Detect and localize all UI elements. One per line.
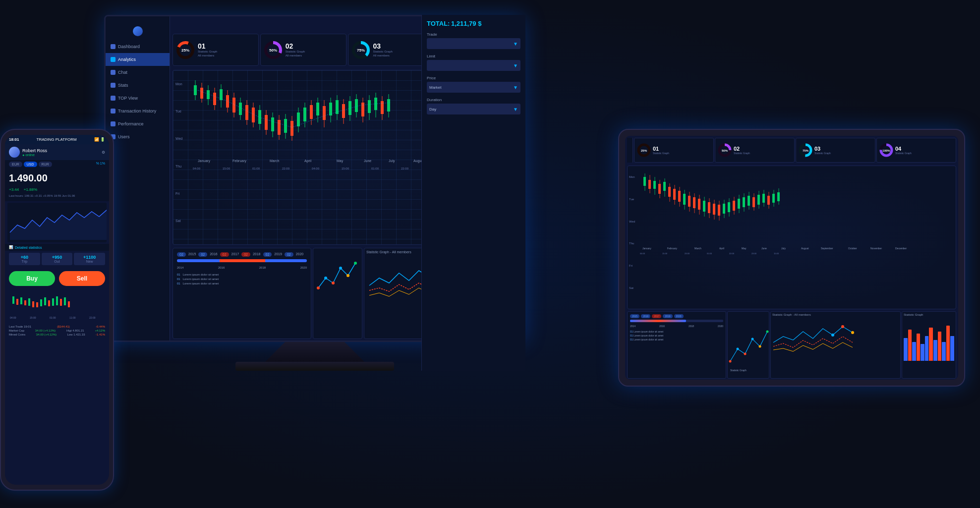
tab-usd[interactable]: USD bbox=[24, 162, 37, 167]
sidebar-item-stats[interactable]: Stats bbox=[106, 79, 170, 92]
svg-text:01:00: 01:00 bbox=[371, 167, 379, 170]
svg-rect-111 bbox=[28, 298, 30, 306]
stat-val-new: +1100 bbox=[76, 255, 103, 260]
sidebar-item-history[interactable]: Transaction History bbox=[106, 105, 170, 117]
phone-avatar bbox=[9, 147, 20, 158]
sidebar-label-history: Transaction History bbox=[118, 109, 156, 113]
day-label-tue: Tue bbox=[175, 110, 182, 113]
svg-text:15:00: 15:00 bbox=[662, 252, 668, 255]
phone-user-info: Robert Ross ● online ⚙ bbox=[5, 144, 109, 160]
line-chart-svg bbox=[313, 248, 362, 339]
stat-val-out: +950 bbox=[44, 255, 71, 260]
stat-info-2: 02 Statistic GraphAll members bbox=[286, 42, 344, 58]
scene: Dashboard Analytics Chat Stats bbox=[0, 0, 980, 508]
svg-rect-149 bbox=[653, 181, 656, 189]
svg-rect-185 bbox=[743, 197, 745, 207]
svg-rect-113 bbox=[36, 302, 38, 307]
tablet-donut-2: 50% bbox=[717, 143, 732, 158]
svg-rect-175 bbox=[718, 205, 720, 216]
monitor-stand bbox=[265, 342, 364, 362]
svg-rect-120 bbox=[64, 297, 66, 305]
svg-text:January: January bbox=[642, 247, 651, 250]
dropdown-arrow-duration: ▼ bbox=[513, 107, 518, 112]
tablet-stat-num-3: 03 bbox=[814, 146, 831, 152]
tablet-bar-8 bbox=[933, 340, 937, 361]
svg-text:100%: 100% bbox=[882, 149, 890, 152]
sidebar-item-analytics[interactable]: Analytics bbox=[106, 53, 170, 66]
dropdown-arrow-limit: ▼ bbox=[513, 63, 518, 68]
tablet-bottom-panels: 2015 2016 2017 2019 2020 2014 bbox=[625, 310, 958, 380]
trade-field-trade: Trade ▼ bbox=[427, 32, 520, 49]
svg-text:September: September bbox=[821, 247, 833, 250]
trade-label-trade: Trade bbox=[427, 32, 520, 37]
tab-rur[interactable]: RUR bbox=[39, 162, 52, 167]
svg-text:22:00: 22:00 bbox=[729, 252, 735, 255]
tablet-stat-label-1: Statistic Graph bbox=[653, 152, 669, 155]
svg-rect-108 bbox=[16, 299, 18, 305]
trade-select-price[interactable]: Market▼ bbox=[427, 82, 520, 93]
svg-point-100 bbox=[354, 262, 357, 265]
buy-button[interactable]: Buy bbox=[9, 271, 55, 286]
sidebar-item-performance[interactable]: Performance bbox=[106, 117, 170, 130]
svg-text:July: July bbox=[389, 159, 395, 163]
svg-text:75%: 75% bbox=[356, 48, 364, 53]
svg-text:04:00: 04:00 bbox=[312, 167, 320, 170]
sidebar-item-dashboard[interactable]: Dashboard bbox=[106, 40, 170, 53]
stat-card-2: 50% 02 Statistic GraphAll members bbox=[260, 34, 346, 66]
svg-text:May: May bbox=[742, 247, 747, 250]
sidebar-item-topview[interactable]: TOP View bbox=[106, 92, 170, 105]
tablet-badge-2015: 2015 bbox=[630, 314, 639, 318]
ticker-label-2: Market Cap bbox=[9, 329, 24, 332]
svg-rect-181 bbox=[733, 201, 735, 211]
svg-rect-112 bbox=[32, 301, 34, 307]
chart-icon: 📊 bbox=[9, 245, 13, 249]
timeline-entries: 01Lorem ipsum dolor sit amet 01Lorem ips… bbox=[177, 273, 307, 285]
timeline-panel: 02 2015 02 2016 02 2017 02 2018 02 2019 bbox=[173, 248, 311, 339]
ticker-change-1: -0.44% bbox=[96, 325, 105, 328]
tablet-stat-card-1: 25% 01 Statistic Graph bbox=[634, 138, 714, 163]
svg-rect-84 bbox=[355, 99, 358, 112]
tablet-day-fri: Fri bbox=[629, 264, 635, 267]
price-changes: +3.44 +1.88% bbox=[9, 184, 105, 193]
tablet-timeline-entries: 01 Lorem ipsum dolor sit amet 01 Lorem i… bbox=[630, 330, 723, 341]
year-2016: 2016 bbox=[218, 266, 225, 269]
trade-select-limit[interactable]: ▼ bbox=[427, 60, 520, 71]
svg-text:February: February bbox=[232, 159, 247, 163]
svg-text:March: March bbox=[270, 159, 280, 163]
year-2018: 2018 bbox=[259, 266, 266, 269]
tablet-bar-4 bbox=[917, 334, 921, 361]
svg-point-214 bbox=[841, 325, 844, 328]
sidebar-item-users[interactable]: Users bbox=[106, 130, 170, 143]
tablet-timeline-panel: 2015 2016 2017 2019 2020 2014 bbox=[627, 311, 726, 379]
svg-rect-66 bbox=[297, 113, 300, 126]
tablet-donut-1: 25% bbox=[636, 143, 651, 158]
tablet-timeline-bar bbox=[630, 320, 723, 322]
ticker-label-1: Last Trade 19:01 bbox=[9, 325, 31, 328]
stats-icon bbox=[111, 83, 115, 88]
day-label-wed: Wed bbox=[175, 137, 182, 140]
svg-rect-173 bbox=[713, 204, 715, 215]
svg-text:75%: 75% bbox=[803, 149, 809, 152]
trade-select-duration[interactable]: Day▼ bbox=[427, 104, 520, 114]
svg-text:March: March bbox=[694, 247, 701, 250]
phone-mini-chart-2: 04:00 15:00 01:00 11:00 22:00 bbox=[7, 291, 107, 321]
sidebar-item-chat[interactable]: Chat bbox=[106, 66, 170, 79]
svg-point-95 bbox=[317, 286, 320, 289]
svg-text:04:00: 04:00 bbox=[10, 316, 16, 319]
phone-chart-svg-1 bbox=[7, 203, 107, 242]
trade-select-trade[interactable]: ▼ bbox=[427, 38, 520, 49]
ticker-high: Higt 4.801.21 bbox=[66, 329, 84, 332]
history-icon bbox=[111, 109, 115, 113]
tab-eur[interactable]: EUR bbox=[9, 162, 22, 167]
analytics-icon bbox=[111, 57, 115, 62]
svg-rect-159 bbox=[678, 191, 681, 202]
svg-text:01:00: 01:00 bbox=[707, 252, 712, 255]
svg-text:01:00: 01:00 bbox=[252, 167, 260, 170]
stat-val-trip: +60 bbox=[11, 255, 38, 260]
sidebar-label-dashboard: Dashboard bbox=[118, 44, 140, 49]
svg-rect-191 bbox=[757, 195, 760, 205]
stat-lbl-trip: Trip bbox=[11, 260, 38, 263]
tablet-day-labels: Mon Tue Wed Thu Fri Sat bbox=[629, 166, 635, 299]
svg-rect-117 bbox=[52, 298, 54, 306]
sell-button[interactable]: Sell bbox=[59, 271, 105, 286]
